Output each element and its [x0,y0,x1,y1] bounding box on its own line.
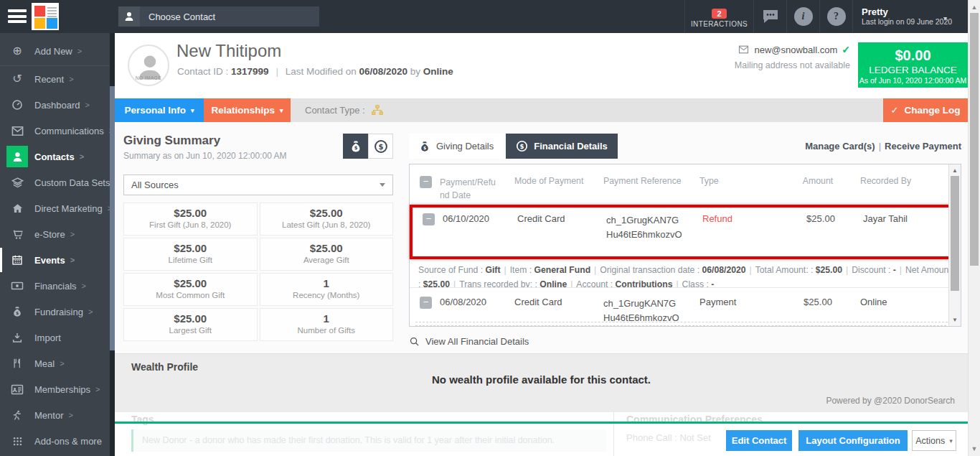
sidebar-scrollbar-thumb[interactable] [110,86,115,350]
stat-largest-gift: $25.00Largest Gift [123,308,258,341]
layout-configuration-button[interactable]: Layout Configuration [798,430,908,451]
sidebar-item-meal[interactable]: Meal> [0,350,115,376]
collapse-row-icon[interactable]: − [423,213,435,225]
contact-email[interactable]: new@snowball.com [754,45,837,55]
stat-recency: 1Recency (Months) [260,273,394,306]
chat-button[interactable] [753,0,786,33]
interactions-label: INTERACTIONS [691,20,748,28]
sidebar-item-contacts[interactable]: Contacts> [0,144,115,169]
sidebar-item-custom-data-sets[interactable]: Custom Data Sets [0,169,115,195]
tag-item[interactable]: New Donor - a donor who has made their f… [131,429,606,452]
edit-contact-button[interactable]: Edit Contact [726,430,792,451]
top-bar: 2 INTERACTIONS i ? Pretty Last login on … [0,0,968,33]
tab-personal-info[interactable]: Personal Info▾ [115,98,204,122]
ledger-label: LEDGER BALANCE [858,65,968,75]
sidebar-item-fundraising[interactable]: $ Fundraising> [0,299,115,325]
highlighted-refund-row[interactable]: − 06/10/2020 Credit Card ch_1GrugKAN7GHu… [410,205,955,259]
logo-text-square [47,6,57,17]
cell-reference: ch_1GrugKAN7GHu46tE6hmkozvO [603,297,699,328]
org-chart-icon[interactable] [371,105,384,116]
search-icon [409,336,420,347]
col-header-amount: Amount [776,176,860,205]
tab-relationships[interactable]: Relationships▾ [204,98,291,122]
stat-latest-gift: $25.00Latest Gift (Jun 8, 2020) [260,203,394,236]
help-button[interactable]: ? [819,0,852,33]
collapse-row-icon[interactable]: − [420,297,432,309]
table-scrollbar-thumb[interactable] [951,176,959,291]
actions-button[interactable]: Actions▾ [912,430,956,451]
main-content: NO IMAGE New Thitipom Contact ID : 13179… [115,33,968,456]
giving-view-toggle-button[interactable]: $ [343,134,368,159]
logo-blue-square [47,18,57,29]
gauge-icon [6,94,28,116]
ledger-amount: $0.00 [858,47,968,64]
sidebar-item-mentor[interactable]: Mentor> [0,402,115,428]
hamburger-menu-icon[interactable] [8,9,27,23]
giving-summary-panel: Giving Summary Summary as on Jun 10, 202… [123,134,393,362]
cell-recorded-by: Jayar Tahil [863,213,952,242]
page-scrollbar[interactable]: ▲ ▼ [968,0,980,456]
cell-date: 06/10/2020 [443,213,517,242]
sidebar-item-recent[interactable]: ↺ Recent> [0,66,115,92]
choose-contact-input[interactable] [140,6,319,27]
payment-row[interactable]: − 06/08/2020 Credit Card ch_1GrugKAN7GHu… [410,288,961,328]
ledger-balance-card[interactable]: $0.00 LEDGER BALANCE As of Jun 10, 2020 … [858,42,968,88]
financial-view-toggle-button[interactable]: $ [368,134,393,159]
utensils-icon [6,353,28,374]
app-logo[interactable] [32,3,59,30]
col-header-recorded-by: Recorded By [860,176,961,205]
section-accent-line [115,422,968,424]
cell-recorded-by: Online [860,297,961,328]
ledger-as-of: As of Jun 10, 2020 12:00:00 AM [858,76,968,85]
logo-yellow-square [34,18,45,29]
help-icon: ? [827,7,846,26]
collapse-all-icon[interactable]: − [420,176,432,188]
cell-type: Refund [702,213,778,242]
sidebar-item-add-new[interactable]: ⊕ Add New> [0,37,115,66]
scroll-down-arrow[interactable]: ▼ [949,317,961,323]
sidebar-item-communications[interactable]: Communications> [0,118,115,144]
sidebar-item-memberships[interactable]: Memberships> [0,376,115,402]
money-bag-icon: $ [6,301,28,322]
sidebar-item-financials[interactable]: Financials> [0,273,115,299]
scroll-up-arrow[interactable]: ▲ [969,4,980,11]
manage-cards-link[interactable]: Manage Card(s) [805,141,875,152]
col-header-mode: Mode of Payment [514,176,603,205]
tab-giving-details[interactable]: $ Giving Details [409,134,504,159]
tab-financial-details[interactable]: $ Financial Details [506,134,618,159]
history-icon: ↺ [6,68,28,90]
change-log-button[interactable]: ✓ Change Log [883,98,968,122]
sidebar-item-import[interactable]: Import [0,325,115,350]
col-header-date: Payment/Refund Date [440,176,514,205]
col-header-reference: Payment Reference [603,176,699,205]
receive-payment-link[interactable]: Receive Payment [885,141,961,152]
card-links: Manage Card(s)|Receive Payment [805,141,961,152]
user-last-login: Last login on 09 June 2020 [862,17,952,27]
view-all-financial-details-link[interactable]: View All Financial Details [409,336,961,347]
sidebar-item-add-ons[interactable]: Add-ons & more [0,428,115,454]
sidebar-item-direct-marketing[interactable]: Direct Marketing> [0,195,115,221]
home-icon [6,197,28,219]
page-scrollbar-thumb[interactable] [970,13,979,266]
cell-reference: ch_1GrugKAN7GHu46tE6hmkozvO [606,213,702,242]
contact-email-block: new@snowball.com ✓ Mailing address not a… [735,44,850,70]
info-icon: i [794,7,813,26]
sidebar-item-e-store[interactable]: e-Store> [0,221,115,247]
contact-name: New Thitipom [176,41,281,61]
sidebar: ⊕ Add New> ↺ Recent> Dashboard> Communic… [0,33,115,456]
powered-by-label: Powered by @2020 DonorSearch [826,396,955,406]
table-scrollbar[interactable]: ▲ ▼ [948,164,961,326]
sidebar-scrollbar[interactable] [110,33,115,456]
modified-by: Online [423,66,453,77]
svg-text:$: $ [354,145,357,151]
chat-bubble-icon [761,8,780,25]
info-button[interactable]: i [786,0,819,33]
sidebar-item-dashboard[interactable]: Dashboard> [0,92,115,118]
interactions-button[interactable]: 2 INTERACTIONS [684,0,753,33]
source-filter-select[interactable]: All Sources [123,175,393,195]
calendar-icon [6,249,28,271]
scroll-down-arrow[interactable]: ▼ [969,445,980,452]
scroll-up-arrow[interactable]: ▲ [949,167,961,174]
sidebar-item-events[interactable]: Events> [0,247,115,273]
user-menu[interactable]: Pretty Last login on 09 June 2020 ▾ [852,0,956,33]
